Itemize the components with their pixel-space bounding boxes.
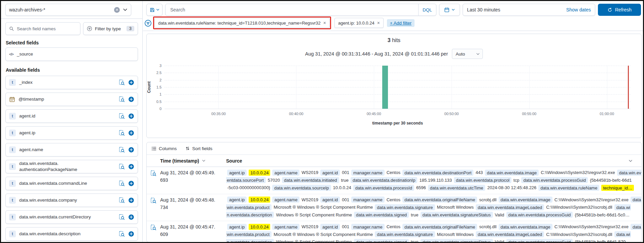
add-filter-link[interactable]: + Add filter xyxy=(387,19,415,27)
inspect-field-button[interactable] xyxy=(119,180,125,186)
field-item[interactable]: tagent.ip xyxy=(5,126,138,140)
inspect-field-button[interactable] xyxy=(119,214,125,220)
inspect-field-button[interactable] xyxy=(119,130,125,136)
save-query-button[interactable] xyxy=(146,4,163,16)
field-item[interactable]: @timestamp xyxy=(5,93,138,106)
date-picker-button[interactable] xyxy=(439,4,460,16)
y-tick-label: 0.5 xyxy=(156,100,162,104)
query-language-button[interactable]: DQL xyxy=(418,4,436,15)
chevron-down-icon[interactable] xyxy=(123,7,128,12)
y-tick-label: 2 xyxy=(159,78,162,82)
add-field-button[interactable] xyxy=(128,231,134,237)
chevron-down-icon xyxy=(452,8,455,11)
expand-document-button[interactable] xyxy=(147,196,160,219)
inspect-field-button[interactable] xyxy=(119,197,125,203)
field-item[interactable]: tdata.win.eventdata.commandLine xyxy=(5,177,138,190)
string-type-icon: t xyxy=(9,79,16,86)
add-field-button[interactable] xyxy=(128,79,134,85)
field-item[interactable]: tdata.win.eventdata.authenticationPackag… xyxy=(5,160,138,173)
inspect-field-button[interactable] xyxy=(119,96,125,102)
filter-by-type-button[interactable]: Filter by type 3 xyxy=(83,22,138,35)
time-range-control: Last 30 minutes Show dates xyxy=(463,4,595,16)
filter-menu-icon[interactable] xyxy=(144,20,152,27)
inspect-document-icon xyxy=(119,180,125,186)
refresh-icon xyxy=(607,7,612,12)
columns-label: Columns xyxy=(159,146,177,151)
field-badge: data. xyxy=(631,197,642,203)
field-value: C:\\Windows\\System32\\regsvr32.exe xyxy=(554,197,629,202)
remove-filter-icon[interactable]: × xyxy=(323,20,326,26)
add-field-button[interactable] xyxy=(128,164,134,170)
inspect-field-button[interactable] xyxy=(119,164,125,170)
field-value: C:\\Windows\\System32\\regsvr32.exe xyxy=(541,170,615,175)
field-item[interactable]: tagent.id xyxy=(5,109,138,123)
clear-index-icon[interactable]: ✕ xyxy=(114,7,120,13)
field-value: {5b44581b-befc-66d1-5c0… xyxy=(575,212,630,217)
inspect-document-icon xyxy=(150,198,156,204)
field-badge: manager.name xyxy=(351,197,385,203)
x-tick-label: 00:50:00 xyxy=(444,112,459,116)
search-query-input[interactable]: Search DQL xyxy=(165,4,436,16)
remove-filter-icon[interactable]: × xyxy=(377,20,380,26)
field-badge: data.win.eventdata.processId xyxy=(353,185,414,191)
show-dates-link[interactable]: Show dates xyxy=(566,7,591,12)
field-name: agent.ip xyxy=(19,130,115,136)
field-badge: agent.ip xyxy=(227,197,247,203)
selected-field-item[interactable]: </>_source xyxy=(5,47,138,61)
time-range-value[interactable]: Last 30 minutes xyxy=(467,7,566,12)
search-field-names-input[interactable]: Search field names xyxy=(5,22,80,35)
add-field-button[interactable] xyxy=(128,147,134,153)
inspect-document-icon xyxy=(150,170,156,176)
inspect-field-button[interactable] xyxy=(119,231,125,237)
add-field-button[interactable] xyxy=(128,214,134,220)
columns-button[interactable]: Columns xyxy=(151,146,177,151)
add-field-button[interactable] xyxy=(128,180,134,186)
field-value: 185.199.110.133 xyxy=(419,178,452,183)
field-badge: data.win.eventdata.processGuid xyxy=(521,177,588,183)
header-chevron-down-icon[interactable] xyxy=(629,159,641,163)
field-item[interactable]: tdata.win.eventdata.company xyxy=(5,194,138,207)
y-tick-label: 0 xyxy=(159,107,162,111)
expand-document-button[interactable] xyxy=(147,169,160,192)
filter-pill[interactable]: agent.ip: 10.0.0.24× xyxy=(334,18,384,28)
add-field-button[interactable] xyxy=(128,197,134,203)
field-item[interactable]: t_index xyxy=(5,76,138,89)
field-item[interactable]: tdata.win.eventdata.description xyxy=(5,227,138,241)
histogram-bar[interactable] xyxy=(382,66,388,109)
sort-fields-button[interactable]: Sort fields xyxy=(185,146,212,151)
field-value: 57020 xyxy=(268,178,280,183)
field-value: 6596 xyxy=(416,185,426,190)
inspect-field-button[interactable] xyxy=(119,147,125,153)
sidebar-divider xyxy=(1,19,143,19)
filter-pill[interactable]: data.win.eventdata.ruleName: technique_i… xyxy=(154,18,330,28)
field-value: -5c03-000000000300} xyxy=(227,185,270,190)
inspect-document-icon xyxy=(150,224,156,231)
filter-circle-icon xyxy=(87,26,92,31)
field-badge: data.win.eventdata.destinationIp xyxy=(351,177,417,183)
x-axis-title: timestamp per 30 seconds xyxy=(165,121,631,126)
source-line: agent.ip10.0.0.24agent.nameWS2019agent.i… xyxy=(226,196,642,204)
refresh-button[interactable]: Refresh xyxy=(598,4,641,16)
interval-select[interactable]: Auto xyxy=(452,49,483,59)
add-field-button[interactable] xyxy=(128,96,134,102)
table-body: Aug 31, 2024 @ 00:45:49.693agent.ip10.0.… xyxy=(147,167,641,242)
expand-document-button[interactable] xyxy=(147,223,160,242)
inspect-document-icon xyxy=(119,197,125,203)
field-name: agent.id xyxy=(19,113,115,119)
field-item[interactable]: tagent.name xyxy=(5,143,138,157)
add-field-button[interactable] xyxy=(128,130,134,136)
table-row: Aug 31, 2024 @ 00:45:49.693agent.ip10.0.… xyxy=(147,167,641,194)
field-badge: manager.name xyxy=(351,170,385,176)
row-source: agent.ip10.0.0.24agent.nameWS2019agent.i… xyxy=(226,169,642,192)
index-pattern-selector[interactable]: wazuh-archives-* ✕ xyxy=(5,4,131,16)
source-line: -5c03-000000000300}data.win.eventdata.so… xyxy=(226,184,642,192)
time-column-header[interactable]: Time (timestamp) xyxy=(160,158,226,164)
inspect-field-button[interactable] xyxy=(119,113,125,119)
inspect-field-button[interactable] xyxy=(119,79,125,85)
add-field-button[interactable] xyxy=(128,113,134,119)
field-badge: data.win.eventdata.originalFileName xyxy=(402,197,477,203)
field-value: Microsoft Windows xyxy=(437,232,474,237)
add-field-icon xyxy=(128,197,134,203)
table-header-row: Time (timestamp) Source xyxy=(147,155,641,167)
field-item[interactable]: tdata.win.eventdata.currentDirectory xyxy=(5,210,138,224)
